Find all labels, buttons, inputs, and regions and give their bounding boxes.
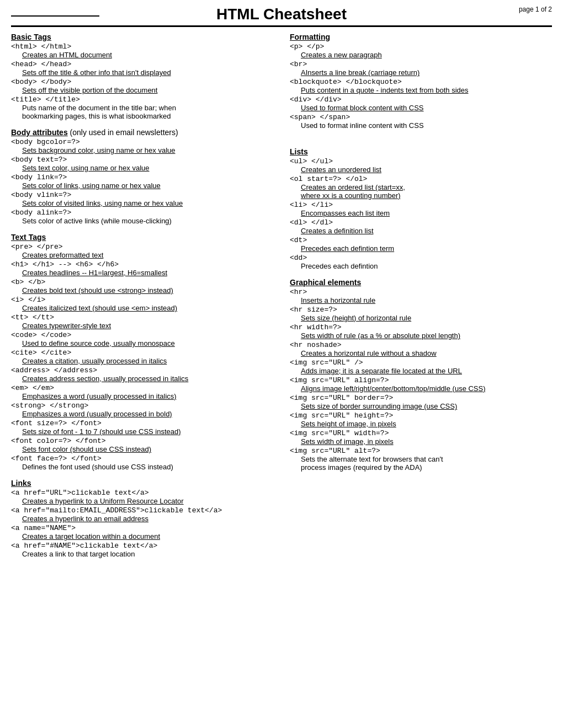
tag-b: <b> </b> [11, 278, 273, 286]
desc-html: Creates an HTML document [22, 51, 273, 59]
desc-img-border: Sets size of border surrounding image (u… [301, 402, 552, 410]
desc-tt: Creates typewriter-style text [22, 322, 273, 330]
section-title-text-tags: Text Tags [11, 233, 46, 242]
desc-a-mailto: Creates a hyperlink to an email address [22, 515, 273, 523]
desc-span: Used to format inline content with CSS [301, 121, 552, 130]
tag-dt: <dt> [290, 236, 552, 244]
desc-bgcolor: Sets background color, using name or hex… [22, 146, 273, 154]
page-number: page 1 of 2 [519, 6, 552, 13]
desc-body-vlink: Sets color of visited links, using name … [22, 199, 273, 207]
desc-a-hash: Creates a link to that target location [22, 550, 273, 558]
tag-body-alink: <body alink=?> [11, 208, 273, 217]
tag-i: <i> </i> [11, 296, 273, 304]
desc-body-text: Sets text color, using name or hex value [22, 164, 273, 172]
tag-em: <em> </em> [11, 384, 273, 392]
tag-ol: <ol start=?> </ol> [290, 175, 552, 183]
desc-strong: Emphasizes a word (usually processed in … [22, 410, 273, 418]
tag-a-href: <a href="URL">clickable text</a> [11, 489, 273, 497]
desc-cite: Creates a citation, usually processed in… [22, 357, 273, 365]
desc-img-alt: Sets the alternate text for browsers tha… [301, 455, 552, 472]
tag-p: <p> </p> [290, 42, 552, 51]
desc-img-height: Sets height of image, in pixels [301, 420, 552, 428]
tag-a-name: <a name="NAME"> [11, 524, 273, 532]
desc-img-width: Sets width of image, in pixels [301, 437, 552, 446]
desc-code: Used to define source code, usually mono… [22, 339, 273, 347]
page-title: HTML Cheatsheet [216, 6, 347, 23]
desc-a-name: Creates a target location within a docum… [22, 532, 273, 540]
header-line [11, 15, 99, 17]
tag-pre: <pre> </pre> [11, 243, 273, 251]
tag-img-alt: <img src="URL" alt=?> [290, 447, 552, 455]
desc-hr-noshade: Creates a horizontal rule without a shad… [301, 349, 552, 357]
section-graphical-elements: Graphical elements <hr> Inserts a horizo… [290, 278, 552, 472]
section-title-body-attributes: Body attributes (only used in email news… [11, 129, 178, 137]
desc-body-link: Sets color of links, using name or hex v… [22, 181, 273, 190]
tag-div: <div> </div> [290, 95, 552, 104]
desc-dt: Precedes each defintion term [301, 244, 552, 253]
desc-p: Creates a new paragraph [301, 51, 552, 59]
desc-body-alink: Sets color of active links (while mouse-… [22, 217, 273, 225]
desc-hr: Inserts a horizontal rule [301, 296, 552, 304]
section-title-formatting: Formatting [290, 33, 330, 41]
tag-body-text: <body text=?> [11, 156, 273, 164]
tag-li: <li> </li> [290, 201, 552, 209]
desc-hr-size: Sets size (height) of horizontal rule [301, 314, 552, 322]
tag-cite: <cite> </cite> [11, 349, 273, 357]
tag-dl: <dl> </dl> [290, 218, 552, 227]
tag-strong: <strong> </strong> [11, 402, 273, 410]
tag-head: <head> </head> [11, 60, 273, 68]
right-column: Formatting <p> </p> Creates a new paragr… [290, 33, 552, 566]
tag-font-face: <font face=?> </font> [11, 454, 273, 463]
tag-dd: <dd> [290, 254, 552, 262]
section-links: Links <a href="URL">clickable text</a> C… [11, 479, 273, 558]
desc-div: Used to format block content with CSS [301, 104, 552, 112]
desc-i: Creates italicized text (should use <em>… [22, 304, 273, 312]
tag-hr-width: <hr width=?> [290, 323, 552, 331]
desc-em: Emphasizes a word (usually processed in … [22, 392, 273, 400]
tag-a-mailto: <a href="mailto:EMAIL_ADDRESS">clickable… [11, 506, 273, 515]
desc-pre: Creates preformatted text [22, 251, 273, 259]
tag-a-hash: <a href="#NAME">clickable text</a> [11, 542, 273, 550]
section-basic-tags: Basic Tags <html> </html> Creates an HTM… [11, 33, 273, 120]
desc-font-size: Sets size of font - 1 to 7 (should use C… [22, 427, 273, 436]
tag-img-width: <img src="URL" width=?> [290, 429, 552, 437]
section-title-basic-tags: Basic Tags [11, 33, 51, 41]
tag-span: <span> </span> [290, 113, 552, 121]
tag-img-align: <img src="URL" align=?> [290, 376, 552, 384]
main-content: Basic Tags <html> </html> Creates an HTM… [11, 33, 552, 566]
tag-tt: <tt> </tt> [11, 313, 273, 322]
section-title-links: Links [11, 479, 31, 488]
tag-img-src: <img src="URL" /> [290, 358, 552, 367]
desc-blockquote: Puts content in a quote - indents text f… [301, 86, 552, 94]
tag-blockquote: <blockquote> </blockquote> [290, 78, 552, 86]
tag-font-size: <font size=?> </font> [11, 419, 273, 427]
desc-head: Sets off the title & other info that isn… [22, 68, 273, 77]
tag-headings: <h1> </h1> --> <h6> </h6> [11, 260, 273, 269]
tag-font-color: <font color=?> </font> [11, 437, 273, 445]
tag-ul: <ul> </ul> [290, 157, 552, 165]
desc-img-src: Adds image; it is a separate file locate… [301, 367, 552, 375]
section-title-graphical: Graphical elements [290, 278, 361, 287]
desc-hr-width: Sets width of rule (as a % or absolute p… [301, 331, 552, 340]
section-text-tags: Text Tags <pre> </pre> Creates preformat… [11, 233, 273, 471]
tag-img-border: <img src="URL" border=?> [290, 394, 552, 402]
section-body-attributes: Body attributes (only used in email news… [11, 128, 273, 225]
desc-a-href: Creates a hyperlink to a Uniform Resourc… [22, 497, 273, 505]
tag-address: <address> </address> [11, 366, 273, 374]
page-header: HTML Cheatsheet page 1 of 2 [11, 6, 552, 27]
tag-html: <html> </html> [11, 42, 273, 51]
left-column: Basic Tags <html> </html> Creates an HTM… [11, 33, 273, 566]
tag-hr-size: <hr size=?> [290, 306, 552, 314]
desc-ol: Creates an ordered list (start=xx,where … [301, 183, 552, 200]
section-lists: Lists <ul> </ul> Creates an unordered li… [290, 147, 552, 270]
desc-title: Puts name of the document in the title b… [22, 104, 273, 120]
desc-font-face: Defines the font used (should use CSS in… [22, 463, 273, 471]
tag-title: <title> </title> [11, 95, 273, 104]
desc-b: Creates bold text (should use <strong> i… [22, 286, 273, 295]
desc-ul: Creates an unordered list [301, 165, 552, 174]
tag-br: <br> [290, 60, 552, 68]
section-formatting: Formatting <p> </p> Creates a new paragr… [290, 33, 552, 130]
desc-headings: Creates headlines -- H1=largest, H6=smal… [22, 269, 273, 277]
desc-address: Creates address section, usually process… [22, 374, 273, 383]
desc-img-align: Aligns image left/right/center/bottom/to… [301, 384, 552, 393]
